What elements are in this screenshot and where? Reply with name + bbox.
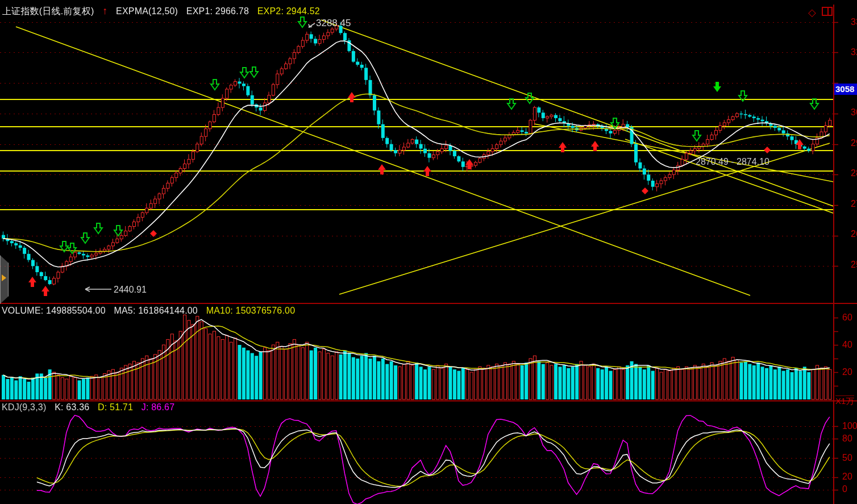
kdj-pane-header: KDJ(9,3,3) K: 63.36 D: 51.71 J: 86.67 [2,402,180,413]
peak-price-annotation: 3288.45 [316,18,351,29]
window-split-icon[interactable] [822,7,833,16]
volume-ma10-value: MA10: 150376576.00 [206,306,296,315]
up-arrow-icon: ↑ [102,5,107,16]
axis-label: 3200 [851,48,857,57]
exp2-value: EXP2: 2944.52 [257,6,320,16]
diamond-icon[interactable]: ◇ [808,7,816,18]
axis-label: 20 [842,368,852,377]
chart-canvas[interactable] [0,0,857,504]
axis-label: 20 [842,472,852,481]
kdj-j-value: J: 86.67 [142,402,175,412]
axis-label: 40 [842,340,852,349]
volume-unit-label: X1万 [835,395,854,407]
axis-label: 2500 [851,260,857,269]
exp1-value: EXP1: 2966.78 [186,6,249,16]
axis-label: 2800 [851,169,857,178]
kdj-d-value: D: 51.71 [98,402,133,412]
axis-label: 2700 [851,199,857,209]
axis-label: 2600 [851,230,857,239]
axis-label: 2900 [851,139,857,148]
volume-pane-header: VOLUME: 149885504.00 MA5: 161864144.00 M… [2,306,301,316]
axis-label: 3000 [851,108,857,117]
gap-range-annotation: 2870.49 - 2874.10 [696,157,769,167]
expand-right-icon [2,274,6,281]
kdj-indicator-name[interactable]: KDJ(9,3,3) [2,402,46,412]
axis-label: 0 [842,485,847,494]
axis-label: 3300 [851,18,857,27]
main-pane-header: 上证指数(日线.前复权) ↑ EXPMA(12,50) EXP1: 2966.7… [2,5,326,18]
axis-label: 60 [842,313,852,322]
symbol-title: 上证指数(日线.前复权) [2,6,94,16]
low-price-annotation: 2440.91 [114,285,147,295]
current-price-label: 3058 [834,84,857,95]
pane-window-icons: ◇ [808,7,833,18]
side-drawer-handle[interactable] [0,255,9,304]
volume-value: VOLUME: 149885504.00 [2,306,106,315]
indicator-name[interactable]: EXPMA(12,50) [116,6,178,16]
stock-chart-window: 上证指数(日线.前复权) ↑ EXPMA(12,50) EXP1: 2966.7… [0,0,857,504]
kdj-k-value: K: 63.36 [55,402,89,412]
volume-ma5-value: MA5: 161864144.00 [114,306,198,315]
axis-label: 50 [842,453,852,463]
axis-label: 80 [842,434,852,443]
axis-label: 100 [842,422,857,431]
